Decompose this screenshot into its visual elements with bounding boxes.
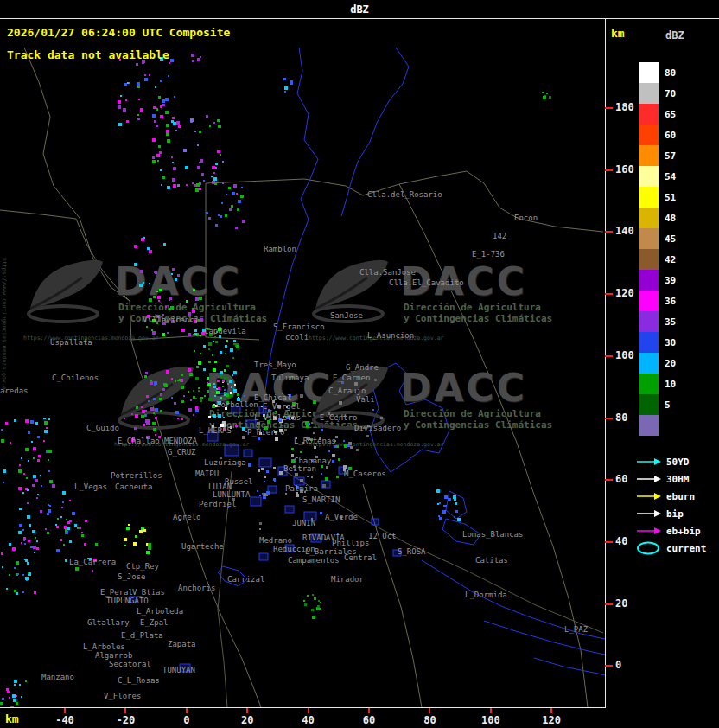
dbz-scale-swatch xyxy=(639,104,659,125)
right-axis-unit: km xyxy=(611,27,625,40)
dbz-scale-row: 39 xyxy=(639,270,676,291)
bottom-axis-tick xyxy=(124,708,126,713)
dbz-scale-swatch xyxy=(639,374,659,394)
dbz-scale-swatch xyxy=(639,332,659,353)
dbz-scale-swatch xyxy=(639,415,659,436)
dbz-scale-row xyxy=(639,415,676,436)
right-axis-label: 0 xyxy=(615,659,621,671)
bottom-axis-tick xyxy=(429,708,430,713)
dbz-scale-value: 5 xyxy=(665,399,671,411)
wind-arrow-icon xyxy=(636,492,662,501)
dbz-scale-swatch xyxy=(639,145,659,166)
dbz-scale-swatch xyxy=(639,62,659,83)
legend-symbol-row: eburn xyxy=(636,488,706,505)
legend-symbols: 50YD30HMeburnbipeb+bipcurrent xyxy=(636,453,706,557)
right-axis-label: 20 xyxy=(615,597,627,610)
bottom-axis-tick xyxy=(308,708,309,713)
dbz-scale-row: 5 xyxy=(639,394,676,415)
right-axis-label: 120 xyxy=(615,287,634,299)
right-axis-label: 40 xyxy=(615,535,627,547)
datetime-label: 2026/01/27 06:24:00 UTC Composite xyxy=(7,26,230,39)
bottom-axis-tick xyxy=(64,708,66,713)
dbz-scale-swatch xyxy=(639,249,659,270)
bottom-axis-unit: km xyxy=(5,712,19,725)
legend-symbol-label: 50YD xyxy=(666,457,690,468)
dbz-scale-value: 30 xyxy=(665,337,676,348)
bottom-axis-label: -40 xyxy=(48,714,82,726)
dbz-scale-value: 54 xyxy=(665,171,676,182)
wind-arrow-icon xyxy=(636,475,662,483)
wind-arrow-icon xyxy=(636,527,662,535)
window-title: dBZ xyxy=(350,3,369,16)
dbz-scale-swatch xyxy=(639,187,659,208)
map-lines-layer xyxy=(0,0,605,707)
current-cell-icon xyxy=(636,540,662,556)
dbz-scale-value: 10 xyxy=(665,379,676,390)
dbz-scale-swatch xyxy=(639,208,659,228)
wind-arrow-icon xyxy=(636,457,662,466)
dbz-scale-value: 42 xyxy=(665,254,676,265)
dbz-scale-value: 39 xyxy=(665,275,676,286)
dbz-color-scale: 807065605754514845423936353020105 xyxy=(639,62,676,436)
bottom-axis-label: 120 xyxy=(534,714,569,726)
right-axis-tick xyxy=(605,665,613,667)
legend-symbol-row: bip xyxy=(636,505,706,522)
dbz-scale-swatch xyxy=(639,166,659,187)
right-axis-label: 80 xyxy=(615,412,627,424)
bottom-axis-label: -20 xyxy=(108,714,143,726)
titlebar: dBZ xyxy=(0,0,719,19)
bottom-axis-tick xyxy=(550,708,552,713)
legend-title: dBZ xyxy=(665,29,684,42)
dbz-scale-row: 65 xyxy=(639,104,676,125)
right-axis-tick xyxy=(605,541,613,543)
dbz-scale-value: 70 xyxy=(665,88,676,99)
bottom-axis-tick xyxy=(246,708,248,713)
legend-panel: dBZ 807065605754514845423936353020105 50… xyxy=(635,19,719,707)
legend-symbol-row: current xyxy=(636,540,706,557)
dbz-scale-row: 70 xyxy=(639,83,676,104)
dbz-scale-row: 51 xyxy=(639,187,676,208)
right-axis-tick xyxy=(605,603,613,605)
status-message: Track data not available xyxy=(7,48,169,61)
legend-symbol-row: 50YD xyxy=(636,453,706,470)
right-axis-tick xyxy=(605,418,613,419)
right-axis-label: 140 xyxy=(615,225,634,237)
map-bottom-border xyxy=(0,707,606,708)
bottom-axis-label: 0 xyxy=(169,714,204,726)
dbz-scale-value: 80 xyxy=(665,67,676,79)
dbz-scale-row: 30 xyxy=(639,332,676,353)
dbz-scale-swatch xyxy=(639,83,659,104)
radar-map-canvas[interactable]: DACCDirección de Agriculturay Contingenc… xyxy=(0,0,605,707)
right-axis-tick xyxy=(605,169,613,171)
dbz-scale-value: 65 xyxy=(665,109,676,120)
right-axis-tick xyxy=(605,231,613,233)
dbz-scale-value: 48 xyxy=(665,213,676,224)
legend-symbol-label: bip xyxy=(666,508,684,520)
bottom-axis-tick xyxy=(368,708,370,713)
dbz-scale-value: 60 xyxy=(665,130,676,141)
right-axis-tick xyxy=(605,355,613,357)
dbz-scale-value: 20 xyxy=(665,358,676,369)
dbz-scale-swatch xyxy=(639,353,659,374)
right-axis-label: 180 xyxy=(615,101,634,113)
dbz-scale-row: 48 xyxy=(639,208,676,228)
bottom-axis-label: 60 xyxy=(352,714,386,726)
legend-symbol-row: 30HM xyxy=(636,470,706,488)
province-border-lines xyxy=(0,48,603,707)
dbz-scale-row: 20 xyxy=(639,353,676,374)
legend-symbol-label: 30HM xyxy=(666,474,690,485)
bottom-axis-label: 20 xyxy=(230,714,264,726)
right-axis-label: 60 xyxy=(615,473,627,485)
right-axis-tick xyxy=(605,107,613,109)
dbz-scale-swatch xyxy=(639,394,659,415)
dbz-scale-row: 57 xyxy=(639,145,676,166)
legend-symbol-row: eb+bip xyxy=(636,522,706,540)
dbz-scale-swatch xyxy=(639,125,659,145)
dbz-scale-row: 60 xyxy=(639,125,676,145)
dbz-scale-row: 45 xyxy=(639,228,676,249)
bottom-axis-label: 100 xyxy=(474,714,508,726)
dbz-scale-value: 45 xyxy=(665,233,676,245)
dbz-scale-row: 10 xyxy=(639,374,676,394)
right-axis-label: 100 xyxy=(615,349,634,361)
dbz-scale-swatch xyxy=(639,311,659,332)
